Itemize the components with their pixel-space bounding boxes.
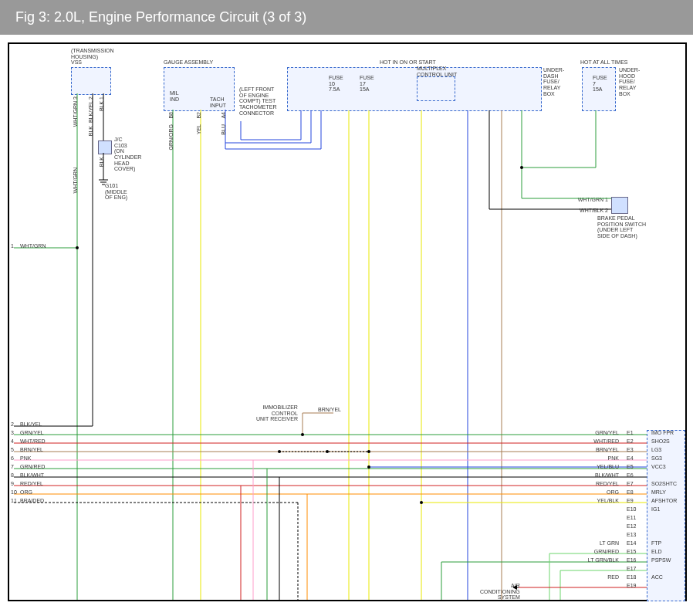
brake-label: BRAKE PEDAL POSITION SWITCH (UNDER LEFT … [597,215,646,239]
leftpin-10: 10 [11,489,17,496]
rw-E18: RED [573,574,619,580]
rsig-E4: SG3 [651,455,662,462]
left-bus [14,426,647,503]
rpin-E1: E1 [627,430,634,436]
vpin-gw2: BLU [221,124,227,135]
underhood-label: UNDER- HOOD FUSE/ RELAY BOX [619,67,640,96]
rsig-E9: AFSHTOR [651,498,677,504]
svg-point-61 [420,501,423,504]
svg-point-66 [520,166,523,169]
rpin-E10: E10 [627,506,636,513]
rpin-E3: E3 [627,447,634,453]
hotall-label: HOT AT ALL TIMES [580,59,627,66]
rpin-E7: E7 [627,481,634,487]
leftw-11: BRAIDED [20,498,44,504]
immobilizer-label: IMMOBILIZER CONTROL UNIT RECEIVER [256,404,298,422]
jc-label: J/C C103 (ON CYLINDER HEAD COVER) [114,137,141,172]
rpin-E5: E5 [627,464,634,470]
rsig-E16: PSPSW [651,557,671,564]
rsig-E1: IMO FPR [651,430,674,436]
vss-box [71,67,111,95]
vpin-t0: WHT/GRN 3 [73,96,79,127]
vss-label: (TRANSMISSION HOUSING) VSS [71,48,114,66]
vpin-g0: B8 [168,112,174,119]
leftpin-1: 1 [11,243,14,249]
rsig-E14: FTP [651,540,661,547]
leftpin-8: 8 [11,472,14,479]
leftpin-5: 5 [11,447,14,453]
leftw-7: GRN/RED [20,464,45,470]
underdash-label: UNDER- DASH FUSE/ RELAY BOX [543,67,564,96]
vpin-blk: BLK [88,126,94,136]
rpin-E12: E12 [627,523,636,530]
leftw-3: GRN/YEL [20,430,44,436]
leftw-5: BRN/YEL [20,447,43,453]
multiplex-label: MULTIPLEX CONTROL UNIT [417,66,457,77]
immobilizer-wire: BRN/YEL [318,407,341,413]
rpin-E4: E4 [627,455,634,462]
rsig-E2: SHO2S [651,438,670,445]
rw-E9: YEL/BLK [573,498,619,504]
jc-box [98,140,112,154]
aircon-label: AIR CONDITIONING SYSTEM [480,583,520,601]
fuse7-label: FUSE 7 15A [593,75,607,93]
vpin-wgrn: WHT/GRN [73,168,79,193]
diagram-canvas: (TRANSMISSION HOUSING) VSS GAUGE ASSEMBL… [8,42,687,601]
leftpin-2: 2 [11,421,14,428]
brake-box [611,197,628,214]
fuse10-label: FUSE 10 7.5A [329,75,343,93]
brake-pin1: WHT/GRN 1 [565,197,608,203]
mil-label: MIL IND [170,90,179,102]
rpin-E19: E19 [627,583,636,589]
leftpin-11: 11 [11,498,17,504]
rsig-E15: ELD [651,549,662,555]
rw-E3: BRN/YEL [573,447,619,453]
rpin-E15: E15 [627,549,636,555]
brake-pin2: WHT/BLK 2 [565,208,608,214]
vpin-gw0: GRN/ORG [168,124,174,150]
vpin-blk2: BLK [99,157,105,167]
leftpin-9: 9 [11,481,14,487]
rw-E8: ORG [573,489,619,496]
rpin-E17: E17 [627,566,636,572]
gauge-label: GAUGE ASSEMBLY [164,59,213,66]
svg-point-62 [301,433,304,436]
svg-point-59 [76,246,79,249]
rpin-E11: E11 [627,515,636,521]
svg-point-63 [278,450,281,453]
rw-E5: YEL/BLU [573,464,619,470]
vpin-g1: B2 [196,112,202,119]
hoton-label: HOT IN ON OR START [380,59,436,66]
underdash-box [287,67,542,111]
leftw-2: BLK/YEL [20,421,42,428]
rsig-E8: MRLY [651,489,666,496]
rpin-E2: E2 [627,438,634,445]
rw-E6: BLK/WHT [573,472,619,479]
fuse17-label: FUSE 17 15A [360,75,374,93]
rsig-E18: ACC [651,574,663,580]
multiplex-box [417,76,455,101]
rsig-E7: SO2SHTC [651,481,677,487]
rw-E4: PNK [573,455,619,462]
rw-E15: GRN/RED [573,549,619,555]
vpin-t2: BLK 1 [99,96,105,111]
g101-label: G101 (MIDDLE OF ENG) [105,183,127,201]
vpin-g2: A4 [221,112,227,119]
rpin-E14: E14 [627,540,636,547]
rw-E1: GRN/YEL [573,430,619,436]
leftpin-6: 6 [11,455,14,462]
rsig-E5: VCC3 [651,464,666,470]
vpin-t1: BLK/YEL 2 [88,96,94,123]
leftw-6: PNK [20,455,31,462]
page-title: Fig 3: 2.0L, Engine Performance Circuit … [0,0,693,35]
rw-E14: LT GRN [573,540,619,547]
svg-point-64 [326,450,329,453]
leftw-4: WHT/RED [20,438,46,445]
leftpin-4: 4 [11,438,14,445]
rw-E7: RED/YEL [573,481,619,487]
rw-E16: LT GRN/BLK [573,557,619,564]
svg-point-60 [367,465,370,469]
rsig-E10: IG1 [651,506,660,513]
vpin-gw1: YEL [196,124,202,134]
leftw-10: ORG [20,489,32,496]
